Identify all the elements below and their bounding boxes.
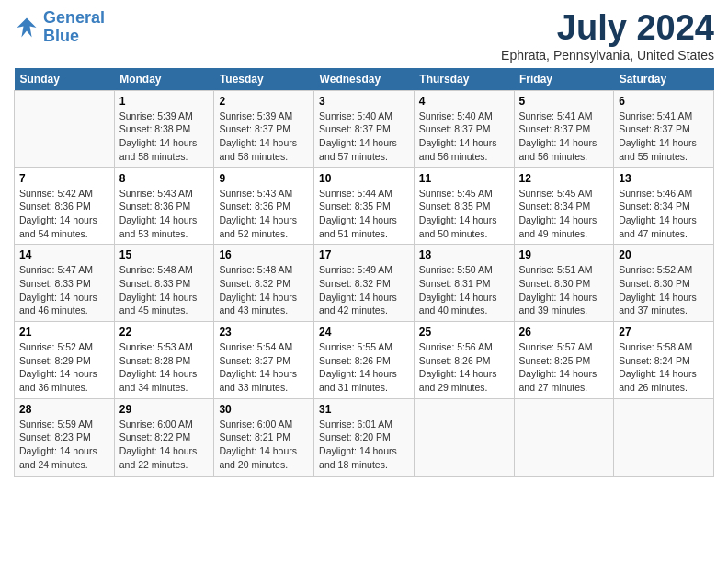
day-number: 29 [119,403,210,416]
day-number: 21 [19,326,109,339]
day-number: 30 [219,403,309,416]
day-info: Sunrise: 5:52 AM Sunset: 8:30 PM Dayligh… [619,263,709,317]
day-number: 11 [419,172,509,185]
calendar-day-cell: 28Sunrise: 5:59 AM Sunset: 8:23 PM Dayli… [15,398,115,476]
day-number: 3 [319,95,409,108]
calendar-day-cell: 22Sunrise: 5:53 AM Sunset: 8:28 PM Dayli… [114,322,214,399]
calendar-day-cell: 2Sunrise: 5:39 AM Sunset: 8:37 PM Daylig… [214,90,314,167]
logo: General Blue [14,9,105,46]
day-info: Sunrise: 5:55 AM Sunset: 8:26 PM Dayligh… [319,340,409,395]
day-info: Sunrise: 5:54 AM Sunset: 8:27 PM Dayligh… [219,340,309,395]
day-number: 10 [319,172,409,185]
calendar-day-cell: 26Sunrise: 5:57 AM Sunset: 8:25 PM Dayli… [514,322,614,399]
day-info: Sunrise: 5:45 AM Sunset: 8:34 PM Dayligh… [519,187,609,241]
day-number: 12 [519,172,609,185]
calendar-day-cell [514,398,614,476]
day-number: 22 [119,326,210,339]
calendar-day-cell: 18Sunrise: 5:50 AM Sunset: 8:31 PM Dayli… [414,245,514,322]
calendar-day-cell: 27Sunrise: 5:58 AM Sunset: 8:24 PM Dayli… [614,322,714,399]
day-info: Sunrise: 5:48 AM Sunset: 8:33 PM Dayligh… [119,263,210,317]
calendar-day-cell: 1Sunrise: 5:39 AM Sunset: 8:38 PM Daylig… [114,90,214,167]
day-number: 15 [119,248,210,261]
calendar-day-cell: 25Sunrise: 5:56 AM Sunset: 8:26 PM Dayli… [414,322,514,399]
calendar-day-cell [15,90,115,167]
day-number: 25 [419,326,509,339]
weekday-header: Tuesday [214,68,314,91]
day-info: Sunrise: 6:00 AM Sunset: 8:21 PM Dayligh… [219,418,309,472]
day-number: 14 [19,248,109,261]
calendar-day-cell: 14Sunrise: 5:47 AM Sunset: 8:33 PM Dayli… [15,245,115,322]
calendar-day-cell: 16Sunrise: 5:48 AM Sunset: 8:32 PM Dayli… [214,245,314,322]
day-info: Sunrise: 5:49 AM Sunset: 8:32 PM Dayligh… [319,263,409,317]
day-info: Sunrise: 5:47 AM Sunset: 8:33 PM Dayligh… [19,263,109,317]
weekday-header: Monday [114,68,214,91]
calendar-week-row: 28Sunrise: 5:59 AM Sunset: 8:23 PM Dayli… [15,398,714,476]
day-info: Sunrise: 5:57 AM Sunset: 8:25 PM Dayligh… [519,340,609,395]
day-number: 7 [19,172,109,185]
calendar-day-cell: 21Sunrise: 5:52 AM Sunset: 8:29 PM Dayli… [15,322,115,399]
calendar-day-cell: 5Sunrise: 5:41 AM Sunset: 8:37 PM Daylig… [514,90,614,167]
calendar-day-cell: 20Sunrise: 5:52 AM Sunset: 8:30 PM Dayli… [614,245,714,322]
day-number: 20 [619,248,709,261]
calendar-day-cell: 19Sunrise: 5:51 AM Sunset: 8:30 PM Dayli… [514,245,614,322]
calendar-week-row: 14Sunrise: 5:47 AM Sunset: 8:33 PM Dayli… [15,245,714,322]
day-number: 1 [119,95,210,108]
logo-icon [14,15,40,40]
day-info: Sunrise: 6:01 AM Sunset: 8:20 PM Dayligh… [319,418,409,472]
calendar-day-cell: 3Sunrise: 5:40 AM Sunset: 8:37 PM Daylig… [314,90,415,167]
calendar-day-cell: 23Sunrise: 5:54 AM Sunset: 8:27 PM Dayli… [214,322,314,399]
calendar-day-cell: 13Sunrise: 5:46 AM Sunset: 8:34 PM Dayli… [614,167,714,245]
day-number: 23 [219,326,309,339]
calendar-day-cell: 9Sunrise: 5:43 AM Sunset: 8:36 PM Daylig… [214,167,314,245]
svg-marker-0 [17,17,37,37]
day-info: Sunrise: 5:40 AM Sunset: 8:37 PM Dayligh… [319,109,409,164]
day-info: Sunrise: 5:46 AM Sunset: 8:34 PM Dayligh… [619,187,709,241]
day-info: Sunrise: 5:42 AM Sunset: 8:36 PM Dayligh… [19,187,109,241]
day-info: Sunrise: 5:58 AM Sunset: 8:24 PM Dayligh… [619,340,709,395]
calendar-day-cell: 30Sunrise: 6:00 AM Sunset: 8:21 PM Dayli… [214,398,314,476]
calendar-day-cell: 11Sunrise: 5:45 AM Sunset: 8:35 PM Dayli… [414,167,514,245]
location-text: Ephrata, Pennsylvania, United States [501,48,714,63]
day-info: Sunrise: 5:40 AM Sunset: 8:37 PM Dayligh… [419,109,509,164]
calendar-day-cell: 6Sunrise: 5:41 AM Sunset: 8:37 PM Daylig… [614,90,714,167]
weekday-header: Friday [514,68,614,91]
calendar-day-cell: 12Sunrise: 5:45 AM Sunset: 8:34 PM Dayli… [514,167,614,245]
calendar-week-row: 1Sunrise: 5:39 AM Sunset: 8:38 PM Daylig… [15,90,714,167]
day-info: Sunrise: 5:43 AM Sunset: 8:36 PM Dayligh… [119,187,210,241]
day-number: 2 [219,95,309,108]
day-info: Sunrise: 5:41 AM Sunset: 8:37 PM Dayligh… [619,109,709,164]
day-number: 28 [19,403,109,416]
day-number: 27 [619,326,709,339]
day-info: Sunrise: 5:39 AM Sunset: 8:38 PM Dayligh… [119,109,210,164]
day-info: Sunrise: 5:51 AM Sunset: 8:30 PM Dayligh… [519,263,609,317]
day-info: Sunrise: 5:44 AM Sunset: 8:35 PM Dayligh… [319,187,409,241]
day-number: 4 [419,95,509,108]
day-number: 18 [419,248,509,261]
day-info: Sunrise: 5:39 AM Sunset: 8:37 PM Dayligh… [219,109,309,164]
weekday-header: Sunday [15,68,115,91]
day-number: 17 [319,248,409,261]
day-number: 6 [619,95,709,108]
calendar-week-row: 7Sunrise: 5:42 AM Sunset: 8:36 PM Daylig… [15,167,714,245]
day-info: Sunrise: 5:41 AM Sunset: 8:37 PM Dayligh… [519,109,609,164]
day-info: Sunrise: 5:59 AM Sunset: 8:23 PM Dayligh… [19,418,109,472]
day-number: 13 [619,172,709,185]
calendar-body: 1Sunrise: 5:39 AM Sunset: 8:38 PM Daylig… [15,90,714,476]
calendar-day-cell: 8Sunrise: 5:43 AM Sunset: 8:36 PM Daylig… [114,167,214,245]
day-info: Sunrise: 5:50 AM Sunset: 8:31 PM Dayligh… [419,263,509,317]
title-block: July 2024 Ephrata, Pennsylvania, United … [501,9,714,63]
calendar-header: SundayMondayTuesdayWednesdayThursdayFrid… [15,68,714,91]
calendar-day-cell: 4Sunrise: 5:40 AM Sunset: 8:37 PM Daylig… [414,90,514,167]
calendar-day-cell [614,398,714,476]
calendar-day-cell: 29Sunrise: 6:00 AM Sunset: 8:22 PM Dayli… [114,398,214,476]
day-info: Sunrise: 5:52 AM Sunset: 8:29 PM Dayligh… [19,340,109,395]
day-number: 19 [519,248,609,261]
day-number: 31 [319,403,409,416]
calendar-day-cell: 31Sunrise: 6:01 AM Sunset: 8:20 PM Dayli… [314,398,415,476]
calendar-day-cell: 24Sunrise: 5:55 AM Sunset: 8:26 PM Dayli… [314,322,415,399]
weekday-header: Thursday [414,68,514,91]
calendar-table: SundayMondayTuesdayWednesdayThursdayFrid… [14,68,714,477]
day-number: 9 [219,172,309,185]
day-info: Sunrise: 5:45 AM Sunset: 8:35 PM Dayligh… [419,187,509,241]
month-title: July 2024 [501,9,714,48]
